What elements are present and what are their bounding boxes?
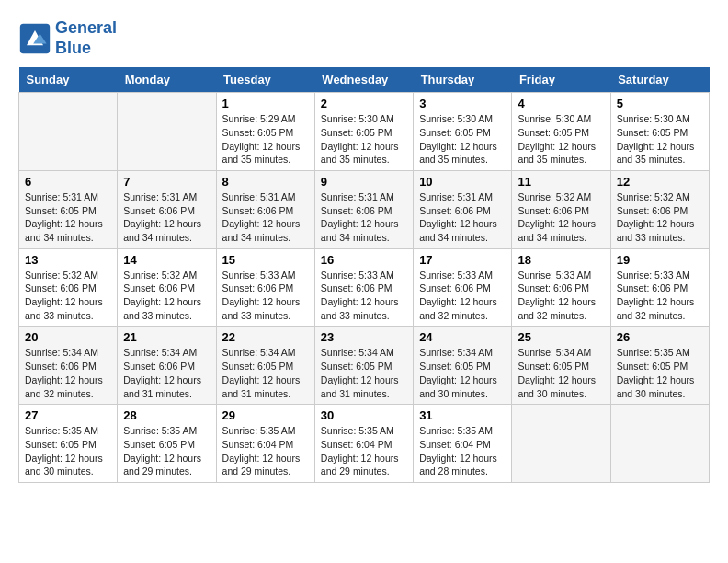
day-number: 20: [25, 330, 111, 344]
calendar-cell: 14Sunrise: 5:32 AMSunset: 6:06 PMDayligh…: [118, 248, 216, 327]
day-info: Sunrise: 5:33 AMSunset: 6:06 PMDaylight:…: [222, 269, 309, 323]
calendar-cell: [610, 405, 709, 483]
day-number: 16: [321, 253, 407, 267]
day-info: Sunrise: 5:35 AMSunset: 6:04 PMDaylight:…: [321, 424, 407, 478]
day-number: 9: [321, 175, 407, 189]
day-info: Sunrise: 5:32 AMSunset: 6:06 PMDaylight:…: [518, 190, 604, 245]
calendar-cell: 27Sunrise: 5:35 AMSunset: 6:05 PMDayligh…: [19, 405, 118, 483]
day-number: 26: [617, 330, 703, 344]
calendar-cell: 3Sunrise: 5:30 AMSunset: 6:05 PMDaylight…: [414, 93, 512, 171]
calendar-header-row: SundayMondayTuesdayWednesdayThursdayFrid…: [19, 67, 710, 93]
calendar-cell: 6Sunrise: 5:31 AMSunset: 6:05 PMDaylight…: [19, 170, 118, 248]
calendar-cell: 9Sunrise: 5:31 AMSunset: 6:06 PMDaylight…: [314, 170, 413, 248]
day-number: 10: [419, 175, 506, 189]
calendar-cell: 1Sunrise: 5:29 AMSunset: 6:05 PMDaylight…: [216, 93, 314, 171]
calendar-cell: 20Sunrise: 5:34 AMSunset: 6:06 PMDayligh…: [19, 327, 118, 405]
calendar-cell: [19, 93, 118, 171]
logo-line1: General: [55, 18, 117, 39]
day-info: Sunrise: 5:34 AMSunset: 6:05 PMDaylight:…: [419, 346, 506, 400]
calendar-cell: 28Sunrise: 5:35 AMSunset: 6:05 PMDayligh…: [118, 405, 216, 483]
day-header-thursday: Thursday: [414, 67, 512, 93]
calendar-week-row: 13Sunrise: 5:32 AMSunset: 6:06 PMDayligh…: [19, 248, 710, 327]
day-info: Sunrise: 5:34 AMSunset: 6:06 PMDaylight:…: [123, 346, 210, 400]
day-number: 14: [123, 253, 210, 267]
calendar-cell: 22Sunrise: 5:34 AMSunset: 6:05 PMDayligh…: [216, 327, 314, 405]
day-info: Sunrise: 5:31 AMSunset: 6:06 PMDaylight:…: [419, 190, 506, 245]
day-number: 31: [419, 408, 506, 422]
day-header-wednesday: Wednesday: [314, 67, 413, 93]
day-info: Sunrise: 5:30 AMSunset: 6:05 PMDaylight:…: [321, 112, 407, 167]
logo: General Blue: [18, 18, 117, 58]
calendar-cell: 23Sunrise: 5:34 AMSunset: 6:05 PMDayligh…: [314, 327, 413, 405]
day-number: 7: [123, 175, 210, 189]
calendar-week-row: 6Sunrise: 5:31 AMSunset: 6:05 PMDaylight…: [19, 170, 710, 248]
day-info: Sunrise: 5:32 AMSunset: 6:06 PMDaylight:…: [617, 190, 703, 245]
day-info: Sunrise: 5:35 AMSunset: 6:05 PMDaylight:…: [617, 346, 703, 400]
day-header-sunday: Sunday: [19, 67, 118, 93]
day-number: 5: [617, 97, 703, 110]
day-number: 22: [222, 330, 309, 344]
day-number: 18: [518, 253, 604, 267]
calendar-cell: 4Sunrise: 5:30 AMSunset: 6:05 PMDaylight…: [512, 93, 610, 171]
day-info: Sunrise: 5:30 AMSunset: 6:05 PMDaylight:…: [617, 112, 703, 167]
calendar-week-row: 1Sunrise: 5:29 AMSunset: 6:05 PMDaylight…: [19, 93, 710, 171]
day-info: Sunrise: 5:33 AMSunset: 6:06 PMDaylight:…: [419, 269, 506, 323]
day-number: 21: [123, 330, 210, 344]
calendar-week-row: 27Sunrise: 5:35 AMSunset: 6:05 PMDayligh…: [19, 405, 710, 483]
day-info: Sunrise: 5:35 AMSunset: 6:04 PMDaylight:…: [419, 424, 506, 478]
day-number: 4: [518, 97, 604, 110]
day-info: Sunrise: 5:30 AMSunset: 6:05 PMDaylight:…: [518, 112, 604, 167]
calendar-cell: 29Sunrise: 5:35 AMSunset: 6:04 PMDayligh…: [216, 405, 314, 483]
calendar-cell: 24Sunrise: 5:34 AMSunset: 6:05 PMDayligh…: [414, 327, 512, 405]
day-info: Sunrise: 5:29 AMSunset: 6:05 PMDaylight:…: [222, 112, 309, 167]
day-info: Sunrise: 5:34 AMSunset: 6:06 PMDaylight:…: [25, 346, 111, 400]
logo-icon: [18, 22, 51, 55]
day-info: Sunrise: 5:35 AMSunset: 6:05 PMDaylight:…: [123, 424, 210, 478]
calendar-table: SundayMondayTuesdayWednesdayThursdayFrid…: [18, 67, 710, 483]
day-info: Sunrise: 5:35 AMSunset: 6:04 PMDaylight:…: [222, 424, 309, 478]
day-number: 28: [123, 408, 210, 422]
calendar-cell: 19Sunrise: 5:33 AMSunset: 6:06 PMDayligh…: [610, 248, 709, 327]
calendar-cell: 30Sunrise: 5:35 AMSunset: 6:04 PMDayligh…: [314, 405, 413, 483]
calendar-cell: 21Sunrise: 5:34 AMSunset: 6:06 PMDayligh…: [118, 327, 216, 405]
day-header-monday: Monday: [118, 67, 216, 93]
day-info: Sunrise: 5:31 AMSunset: 6:06 PMDaylight:…: [123, 190, 210, 245]
day-number: 8: [222, 175, 309, 189]
calendar-cell: 25Sunrise: 5:34 AMSunset: 6:05 PMDayligh…: [512, 327, 610, 405]
day-number: 15: [222, 253, 309, 267]
day-number: 6: [25, 175, 111, 189]
day-number: 19: [617, 253, 703, 267]
day-info: Sunrise: 5:35 AMSunset: 6:05 PMDaylight:…: [25, 424, 111, 478]
calendar-cell: [118, 93, 216, 171]
day-info: Sunrise: 5:31 AMSunset: 6:06 PMDaylight:…: [321, 190, 407, 245]
day-info: Sunrise: 5:31 AMSunset: 6:05 PMDaylight:…: [25, 190, 111, 245]
calendar-cell: 18Sunrise: 5:33 AMSunset: 6:06 PMDayligh…: [512, 248, 610, 327]
day-info: Sunrise: 5:31 AMSunset: 6:06 PMDaylight:…: [222, 190, 309, 245]
day-info: Sunrise: 5:33 AMSunset: 6:06 PMDaylight:…: [617, 269, 703, 323]
day-header-tuesday: Tuesday: [216, 67, 314, 93]
day-info: Sunrise: 5:33 AMSunset: 6:06 PMDaylight:…: [321, 269, 407, 323]
calendar-cell: 15Sunrise: 5:33 AMSunset: 6:06 PMDayligh…: [216, 248, 314, 327]
calendar-cell: 12Sunrise: 5:32 AMSunset: 6:06 PMDayligh…: [610, 170, 709, 248]
calendar-cell: 8Sunrise: 5:31 AMSunset: 6:06 PMDaylight…: [216, 170, 314, 248]
calendar-cell: 2Sunrise: 5:30 AMSunset: 6:05 PMDaylight…: [314, 93, 413, 171]
day-number: 2: [321, 97, 407, 110]
day-header-saturday: Saturday: [610, 67, 709, 93]
day-info: Sunrise: 5:34 AMSunset: 6:05 PMDaylight:…: [321, 346, 407, 400]
day-info: Sunrise: 5:30 AMSunset: 6:05 PMDaylight:…: [419, 112, 506, 167]
calendar-cell: 31Sunrise: 5:35 AMSunset: 6:04 PMDayligh…: [414, 405, 512, 483]
day-number: 30: [321, 408, 407, 422]
day-number: 13: [25, 253, 111, 267]
calendar-cell: 13Sunrise: 5:32 AMSunset: 6:06 PMDayligh…: [19, 248, 118, 327]
day-number: 29: [222, 408, 309, 422]
day-number: 12: [617, 175, 703, 189]
day-number: 25: [518, 330, 604, 344]
day-number: 1: [222, 97, 309, 110]
day-info: Sunrise: 5:34 AMSunset: 6:05 PMDaylight:…: [518, 346, 604, 400]
day-number: 23: [321, 330, 407, 344]
day-header-friday: Friday: [512, 67, 610, 93]
calendar-cell: 5Sunrise: 5:30 AMSunset: 6:05 PMDaylight…: [610, 93, 709, 171]
day-info: Sunrise: 5:34 AMSunset: 6:05 PMDaylight:…: [222, 346, 309, 400]
calendar-cell: [512, 405, 610, 483]
calendar-cell: 16Sunrise: 5:33 AMSunset: 6:06 PMDayligh…: [314, 248, 413, 327]
